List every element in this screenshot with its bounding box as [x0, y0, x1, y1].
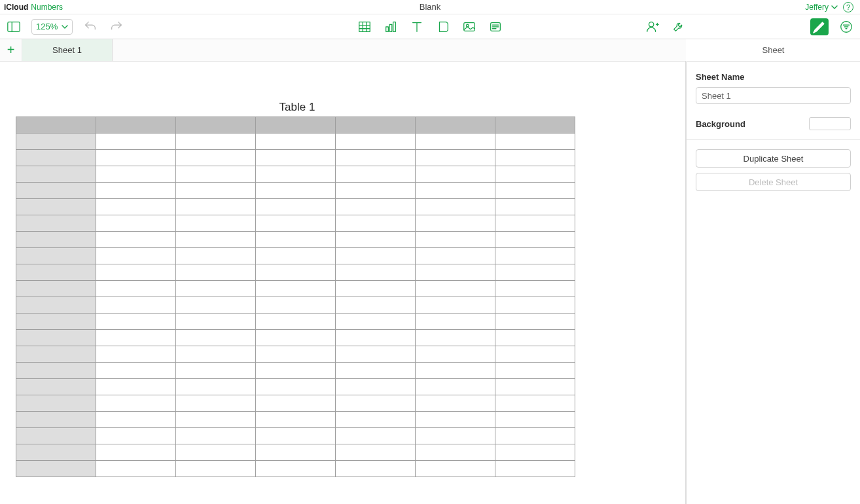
cell[interactable] [336, 379, 416, 395]
cell[interactable] [336, 346, 416, 363]
cell[interactable] [495, 199, 575, 215]
cell[interactable] [176, 428, 256, 444]
spreadsheet-canvas[interactable]: Table 1 [0, 62, 686, 504]
cell[interactable] [96, 363, 176, 379]
cell[interactable] [256, 248, 336, 264]
cell[interactable] [495, 232, 575, 248]
cell[interactable] [96, 215, 176, 232]
cell[interactable] [96, 199, 176, 215]
cell[interactable] [256, 134, 336, 150]
cell[interactable] [416, 363, 495, 379]
cell[interactable] [336, 395, 416, 412]
sheet-name-input[interactable] [696, 87, 851, 104]
cell[interactable] [176, 199, 256, 215]
cell[interactable] [495, 264, 575, 281]
cell[interactable] [176, 444, 256, 461]
cell[interactable] [96, 248, 176, 264]
cell[interactable] [416, 412, 495, 428]
cell[interactable] [96, 297, 176, 314]
cell[interactable] [256, 412, 336, 428]
cell[interactable] [416, 232, 495, 248]
row-header[interactable] [16, 395, 96, 412]
column-header[interactable] [336, 117, 416, 134]
row-header[interactable] [16, 199, 96, 215]
cell[interactable] [176, 346, 256, 363]
cell[interactable] [495, 346, 575, 363]
cell[interactable] [256, 232, 336, 248]
column-header[interactable] [416, 117, 495, 134]
cell[interactable] [96, 150, 176, 166]
cell[interactable] [176, 248, 256, 264]
cell[interactable] [176, 232, 256, 248]
cell[interactable] [336, 281, 416, 297]
row-header[interactable] [16, 428, 96, 444]
cell[interactable] [336, 461, 416, 477]
row-header[interactable] [16, 314, 96, 330]
cell[interactable] [96, 461, 176, 477]
row-header[interactable] [16, 330, 96, 346]
cell[interactable] [96, 444, 176, 461]
cell[interactable] [495, 248, 575, 264]
cell[interactable] [176, 379, 256, 395]
insert-text-button[interactable] [408, 18, 425, 35]
cell[interactable] [256, 363, 336, 379]
cell[interactable] [96, 412, 176, 428]
cell[interactable] [336, 183, 416, 199]
cell[interactable] [256, 150, 336, 166]
cell[interactable] [495, 150, 575, 166]
cell[interactable] [256, 297, 336, 314]
cell[interactable] [495, 330, 575, 346]
cell[interactable] [416, 199, 495, 215]
cell[interactable] [416, 264, 495, 281]
cell[interactable] [416, 346, 495, 363]
row-header[interactable] [16, 281, 96, 297]
cell[interactable] [495, 297, 575, 314]
cell[interactable] [256, 314, 336, 330]
cell[interactable] [416, 314, 495, 330]
row-header[interactable] [16, 134, 96, 150]
cell[interactable] [336, 150, 416, 166]
cell[interactable] [176, 215, 256, 232]
cell[interactable] [495, 314, 575, 330]
cell[interactable] [96, 232, 176, 248]
cell[interactable] [336, 264, 416, 281]
cell[interactable] [416, 150, 495, 166]
cell[interactable] [176, 150, 256, 166]
cell[interactable] [495, 395, 575, 412]
table-title[interactable]: Table 1 [16, 101, 579, 114]
cell[interactable] [416, 166, 495, 183]
view-button[interactable] [5, 18, 22, 35]
cell[interactable] [256, 346, 336, 363]
cell[interactable] [416, 395, 495, 412]
tools-button[interactable] [670, 18, 687, 35]
insert-comment-button[interactable] [487, 18, 504, 35]
cell[interactable] [416, 183, 495, 199]
row-header[interactable] [16, 346, 96, 363]
cell[interactable] [336, 444, 416, 461]
row-header[interactable] [16, 215, 96, 232]
cell[interactable] [336, 314, 416, 330]
row-header[interactable] [16, 363, 96, 379]
cell[interactable] [176, 363, 256, 379]
cell[interactable] [256, 428, 336, 444]
row-header[interactable] [16, 150, 96, 166]
row-header[interactable] [16, 412, 96, 428]
cell[interactable] [416, 215, 495, 232]
cell[interactable] [256, 199, 336, 215]
cell[interactable] [256, 395, 336, 412]
cell[interactable] [96, 134, 176, 150]
cell[interactable] [495, 134, 575, 150]
insert-chart-button[interactable] [382, 18, 399, 35]
zoom-select[interactable]: 125% [31, 19, 73, 35]
cell[interactable] [96, 183, 176, 199]
cell[interactable] [176, 134, 256, 150]
cell[interactable] [96, 264, 176, 281]
cell[interactable] [416, 330, 495, 346]
add-sheet-button[interactable]: + [0, 39, 22, 61]
cell[interactable] [176, 183, 256, 199]
undo-button[interactable] [82, 18, 99, 35]
cell[interactable] [176, 314, 256, 330]
cell[interactable] [495, 444, 575, 461]
cell[interactable] [96, 314, 176, 330]
sheet-tab-active[interactable]: Sheet 1 [22, 39, 113, 61]
